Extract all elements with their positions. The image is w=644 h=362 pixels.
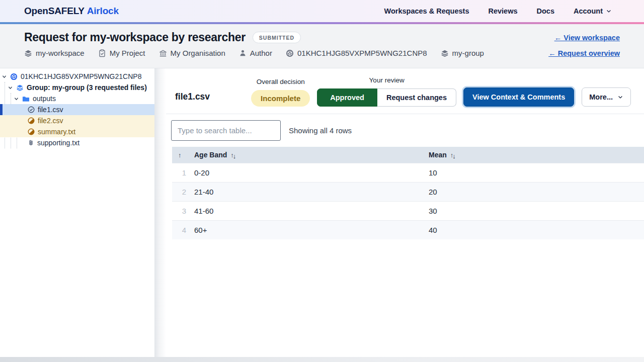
tree-group-label: Group: my-group (3 requested files)	[27, 83, 147, 92]
mean-cell: 20	[425, 183, 644, 202]
chevron-down-icon[interactable]	[14, 96, 19, 102]
tree-file-label: summary.txt	[38, 128, 75, 136]
tree-file-file2-csv[interactable]: file2.csv	[0, 115, 154, 126]
request-cube-icon	[10, 73, 18, 80]
overall-decision-group: Overall decision Incomplete	[251, 78, 310, 107]
check-circle-icon	[28, 106, 35, 113]
chevron-down-icon	[617, 94, 623, 100]
meta-group: my-group	[441, 49, 484, 57]
horizontal-scrollbar-track[interactable]	[0, 357, 644, 362]
table-toolbar: Showing all 4 rows	[166, 114, 644, 147]
page-title: Request for my-workspace by researcher	[24, 31, 246, 44]
data-table: ↑ Age Band↑↓ Mean↑↓ 1 0-20 10 2 21-40 20…	[172, 147, 644, 239]
age-band-header[interactable]: Age Band↑↓	[190, 147, 425, 163]
meta-project-label: My Project	[110, 49, 145, 57]
paperclip-icon	[28, 139, 34, 146]
nav-item-docs[interactable]: Docs	[537, 7, 554, 15]
pending-review-icon	[28, 128, 35, 135]
cube-icon	[286, 49, 294, 57]
row-number-header[interactable]: ↑	[172, 147, 190, 163]
nav-item-account[interactable]: Account	[574, 7, 612, 15]
review-button-group: Approved Request changes	[317, 88, 456, 107]
nav-links: Workspaces & Requests Reviews Docs Accou…	[384, 7, 612, 15]
meta-request-id-label: 01KHC1HJG85VXPMP5WNG21CNP8	[297, 49, 427, 57]
folder-icon	[22, 95, 30, 103]
request-changes-button[interactable]: Request changes	[377, 88, 456, 107]
tree-file-supporting-txt[interactable]: supporting.txt	[0, 137, 154, 148]
table-header-row: ↑ Age Band↑↓ Mean↑↓	[172, 147, 644, 163]
table-row: 4 60+ 40	[172, 221, 644, 240]
sort-toggle-icon: ↑↓	[450, 151, 455, 159]
row-number-cell: 2	[172, 183, 190, 202]
pending-review-icon	[28, 117, 35, 124]
chevron-down-icon[interactable]	[2, 74, 7, 79]
tree-file-label: file2.csv	[38, 117, 63, 125]
meta-author-label: Author	[250, 49, 272, 57]
mean-header[interactable]: Mean↑↓	[425, 147, 644, 163]
layers-icon	[24, 49, 32, 57]
brand-part2: Airlock	[87, 6, 119, 16]
your-review-group: Your review Approved Request changes	[317, 76, 456, 107]
mean-header-label: Mean	[429, 151, 447, 159]
nav-item-workspaces-requests[interactable]: Workspaces & Requests	[384, 7, 469, 15]
more-button[interactable]: More...	[582, 87, 631, 107]
file-review-panel: file1.csv Overall decision Incomplete Yo…	[166, 68, 644, 357]
meta-organisation: My Organisation	[159, 49, 225, 57]
brand-logo[interactable]: OpenSAFELYAirlock	[24, 6, 119, 17]
file-review-header: file1.csv Overall decision Incomplete Yo…	[166, 68, 644, 114]
meta-author: Author	[239, 49, 272, 57]
tree-node-outputs-folder[interactable]: outputs	[0, 93, 154, 104]
tree-file-summary-txt[interactable]: summary.txt	[0, 126, 154, 137]
nav-item-reviews[interactable]: Reviews	[488, 7, 517, 15]
sort-asc-icon: ↑	[178, 151, 181, 159]
top-nav: OpenSAFELYAirlock Workspaces & Requests …	[0, 0, 644, 22]
chevron-down-icon[interactable]	[8, 85, 13, 90]
mean-cell: 40	[425, 221, 644, 240]
meta-workspace: my-workspace	[24, 49, 85, 57]
rows-count-text: Showing all 4 rows	[289, 126, 352, 135]
age-band-header-label: Age Band	[194, 151, 227, 159]
tree-node-request-root[interactable]: 01KHC1HJG85VXPMP5WNG21CNP8	[0, 71, 154, 82]
tree-node-group[interactable]: Group: my-group (3 requested files)	[0, 82, 154, 93]
row-number-cell: 3	[172, 202, 190, 221]
account-label: Account	[574, 7, 603, 15]
layers-icon	[16, 84, 24, 92]
search-input[interactable]	[171, 120, 281, 141]
age-band-cell: 41-60	[190, 202, 425, 221]
meta-request-id: 01KHC1HJG85VXPMP5WNG21CNP8	[286, 49, 427, 57]
view-workspace-link[interactable]: ← View workspace	[554, 34, 620, 42]
meta-workspace-label: my-workspace	[36, 49, 85, 57]
person-icon	[239, 49, 247, 57]
meta-group-label: my-group	[452, 49, 484, 57]
overall-decision-label: Overall decision	[257, 78, 305, 85]
tree-file-label: supporting.txt	[37, 139, 79, 147]
view-context-comments-button[interactable]: View Context & Comments	[463, 87, 574, 107]
layers-icon	[441, 49, 449, 57]
table-row: 3 41-60 30	[172, 202, 644, 221]
status-badge: SUBMITTED	[253, 32, 301, 43]
clipboard-icon	[98, 49, 106, 57]
sort-toggle-icon: ↑↓	[230, 151, 235, 159]
more-button-label: More...	[589, 93, 613, 101]
approved-button[interactable]: Approved	[317, 88, 377, 107]
request-header: Request for my-workspace by researcher S…	[0, 24, 644, 68]
brand-part1: OpenSAFELY	[24, 6, 85, 16]
table-row: 1 0-20 10	[172, 163, 644, 183]
age-band-cell: 0-20	[190, 163, 425, 183]
row-number-cell: 4	[172, 221, 190, 240]
request-overview-link[interactable]: ← Request overview	[548, 49, 620, 57]
chevron-down-icon	[606, 8, 612, 14]
sidebar-resize-handle[interactable]	[154, 68, 166, 357]
mean-cell: 10	[425, 163, 644, 183]
file-title: file1.csv	[175, 92, 210, 107]
tree-folder-label: outputs	[33, 95, 56, 103]
overall-decision-badge: Incomplete	[251, 90, 310, 107]
your-review-label: Your review	[369, 76, 405, 84]
file-tree-sidebar: 01KHC1HJG85VXPMP5WNG21CNP8 Group: my-gro…	[0, 68, 154, 357]
bank-icon	[159, 49, 167, 57]
age-band-cell: 60+	[190, 221, 425, 240]
mean-cell: 30	[425, 202, 644, 221]
tree-file-file1-csv[interactable]: file1.csv	[0, 104, 154, 115]
row-number-cell: 1	[172, 163, 190, 183]
tree-root-label: 01KHC1HJG85VXPMP5WNG21CNP8	[21, 72, 141, 80]
